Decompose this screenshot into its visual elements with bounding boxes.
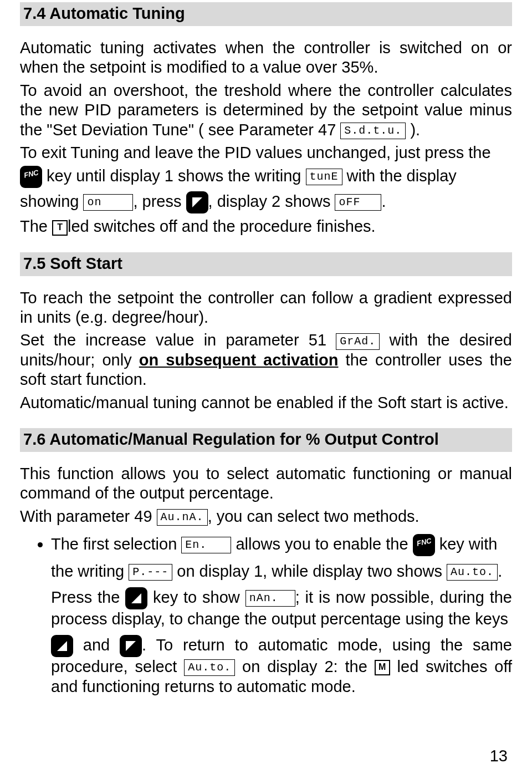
text: showing bbox=[20, 192, 83, 210]
text: , press bbox=[133, 192, 186, 210]
text: With parameter 49 bbox=[20, 507, 157, 525]
down-key-icon bbox=[120, 635, 142, 657]
paragraph: To avoid an overshoot, the treshold wher… bbox=[20, 81, 512, 140]
text: , you can select two methods. bbox=[208, 507, 420, 525]
text-underlined: on subsequent activation bbox=[139, 351, 339, 369]
display-glyph-off: oFF bbox=[335, 194, 381, 211]
text: To avoid an overshoot, the treshold wher… bbox=[20, 82, 512, 139]
text: , display 2 shows bbox=[208, 192, 335, 210]
display-glyph-nan: nAn. bbox=[245, 590, 295, 607]
fnc-key-icon bbox=[413, 534, 435, 556]
text: allows you to enable the bbox=[231, 535, 412, 553]
list-item: The first selection En. allows you to en… bbox=[51, 534, 512, 697]
text: Set the increase value in parameter 51 bbox=[20, 331, 336, 349]
svg-marker-3 bbox=[126, 641, 136, 651]
display-glyph-en: En. bbox=[181, 537, 231, 553]
display-glyph-auto: Au.to. bbox=[184, 659, 235, 676]
down-key-icon bbox=[186, 191, 208, 213]
fnc-key-icon bbox=[20, 166, 42, 188]
display-glyph-auto: Au.to. bbox=[447, 564, 498, 581]
svg-marker-1 bbox=[131, 593, 141, 603]
text: The bbox=[20, 217, 52, 235]
text: key with bbox=[435, 535, 498, 553]
display-glyph-grad: GrAd. bbox=[336, 333, 380, 350]
paragraph: The Tled switches off and the procedure … bbox=[20, 217, 512, 236]
text: key to show bbox=[147, 588, 245, 606]
paragraph: To exit Tuning and leave the PID values … bbox=[20, 143, 512, 162]
section-heading-7-5: 7.5 Soft Start bbox=[20, 252, 512, 276]
section-heading-7-4: 7.4 Automatic Tuning bbox=[20, 2, 512, 26]
paragraph: To reach the setpoint the controller can… bbox=[20, 288, 512, 328]
up-key-icon bbox=[125, 587, 147, 609]
svg-marker-0 bbox=[192, 197, 202, 207]
paragraph: With parameter 49 Au.nA., you can select… bbox=[20, 507, 512, 526]
m-led-icon: M bbox=[375, 660, 390, 675]
display-glyph-sdtu: S.d.t.u. bbox=[340, 123, 406, 139]
paragraph: Automatic tuning activates when the cont… bbox=[20, 38, 512, 78]
paragraph: Automatic/manual tuning cannot be enable… bbox=[20, 393, 512, 413]
paragraph: showing on, press , display 2 shows oFF. bbox=[20, 191, 512, 213]
display-glyph-pdash: P.--- bbox=[129, 564, 172, 581]
text: key until display 1 shows the writing bbox=[42, 167, 306, 185]
text: led switches off and the procedure finis… bbox=[68, 217, 376, 235]
paragraph: key until display 1 shows the writing tu… bbox=[20, 166, 512, 188]
svg-marker-2 bbox=[57, 641, 67, 651]
t-led-icon: T bbox=[52, 220, 68, 236]
text: on display 1, while display two shows bbox=[172, 562, 447, 580]
text: . bbox=[381, 192, 386, 210]
text: on display 2: the bbox=[235, 658, 375, 675]
display-glyph-tune: tunE bbox=[306, 169, 342, 185]
display-glyph-auna: Au.nA. bbox=[157, 509, 208, 526]
page-number: 13 bbox=[490, 747, 508, 765]
text: and bbox=[73, 636, 120, 654]
display-glyph-on: on bbox=[83, 194, 133, 211]
paragraph: Set the increase value in parameter 51 G… bbox=[20, 330, 512, 389]
text: Press the bbox=[51, 588, 125, 606]
text: The first selection bbox=[51, 535, 181, 553]
up-key-icon bbox=[51, 635, 73, 657]
text: with the display bbox=[342, 167, 457, 185]
text: . bbox=[498, 562, 502, 580]
paragraph: This function allows you to select autom… bbox=[20, 464, 512, 504]
text: ). bbox=[406, 121, 420, 139]
section-heading-7-6: 7.6 Automatic/Manual Regulation for % Ou… bbox=[20, 428, 512, 452]
text: the writing bbox=[51, 562, 129, 580]
